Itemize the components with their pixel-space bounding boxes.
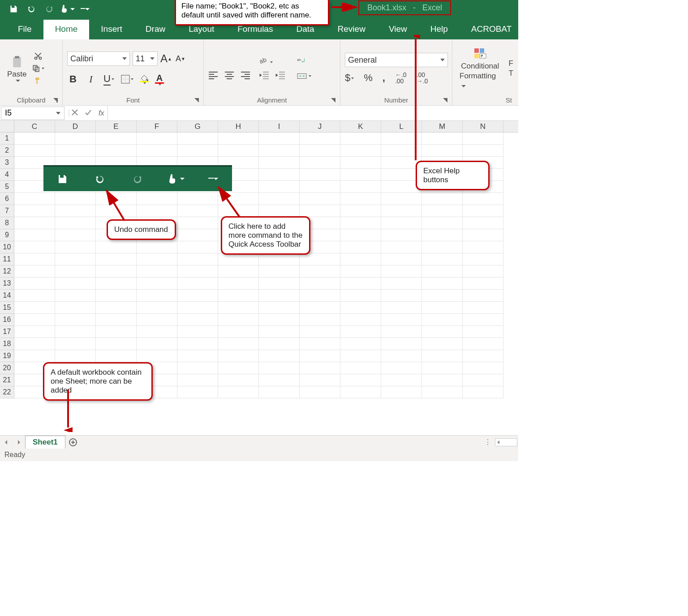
orientation-button[interactable]: ab <box>259 56 273 66</box>
cell[interactable] <box>381 338 422 350</box>
cell[interactable] <box>422 253 463 265</box>
cell[interactable] <box>381 350 422 362</box>
cell[interactable] <box>340 278 381 290</box>
cell[interactable] <box>55 193 96 205</box>
row-head[interactable]: 2 <box>0 145 14 157</box>
cell[interactable] <box>381 326 422 338</box>
row-head[interactable]: 10 <box>0 241 14 253</box>
cell[interactable] <box>14 326 55 338</box>
cell[interactable] <box>422 302 463 314</box>
cell[interactable] <box>14 241 55 253</box>
cell[interactable] <box>300 386 340 398</box>
launcher-alignment[interactable] <box>330 97 336 103</box>
cell[interactable] <box>463 290 503 302</box>
cell[interactable] <box>137 278 177 290</box>
cell[interactable] <box>177 217 218 229</box>
col-head[interactable]: E <box>96 121 137 132</box>
enter-entry[interactable] <box>82 108 95 118</box>
cell[interactable] <box>96 145 137 157</box>
cell[interactable] <box>381 241 422 253</box>
col-head[interactable]: L <box>381 121 422 132</box>
cell[interactable] <box>55 350 96 362</box>
cell[interactable] <box>218 302 259 314</box>
cell[interactable] <box>463 265 503 278</box>
cell[interactable] <box>381 253 422 265</box>
cell[interactable] <box>422 290 463 302</box>
cell[interactable] <box>218 145 259 157</box>
cell[interactable] <box>340 169 381 181</box>
cell[interactable] <box>177 205 218 217</box>
cell[interactable] <box>340 157 381 169</box>
cell[interactable] <box>14 350 55 362</box>
cell[interactable] <box>96 205 137 217</box>
col-head[interactable]: K <box>340 121 381 132</box>
cell[interactable] <box>14 302 55 314</box>
cell[interactable] <box>259 133 300 145</box>
col-head[interactable]: F <box>137 121 177 132</box>
qat-undo[interactable] <box>22 0 40 18</box>
row-head[interactable]: 3 <box>0 157 14 169</box>
cell[interactable] <box>381 302 422 314</box>
cell[interactable] <box>422 374 463 386</box>
row-head[interactable]: 9 <box>0 229 14 241</box>
qat-save[interactable] <box>4 0 22 18</box>
cell[interactable] <box>300 205 340 217</box>
cell[interactable] <box>381 374 422 386</box>
cell[interactable] <box>55 217 96 229</box>
cell[interactable] <box>381 193 422 205</box>
cell[interactable] <box>177 265 218 278</box>
cell[interactable] <box>14 193 55 205</box>
name-box[interactable]: I5 <box>1 107 64 120</box>
cell[interactable] <box>300 350 340 362</box>
row-head[interactable]: 19 <box>0 350 14 362</box>
cell[interactable] <box>422 362 463 374</box>
decrease-decimal-button[interactable]: .00→.0 <box>417 72 428 84</box>
row-head[interactable]: 1 <box>0 133 14 145</box>
cell[interactable] <box>422 265 463 278</box>
qat-redo[interactable] <box>40 0 58 18</box>
cell[interactable] <box>422 205 463 217</box>
cell[interactable] <box>340 181 381 193</box>
cell[interactable] <box>55 241 96 253</box>
cell[interactable] <box>381 278 422 290</box>
cut-button[interactable] <box>32 51 44 61</box>
cell[interactable] <box>259 362 300 374</box>
cell[interactable] <box>218 362 259 374</box>
font-name-combo[interactable]: Calibri <box>67 51 130 66</box>
cell[interactable] <box>14 253 55 265</box>
paste-button[interactable]: Paste <box>4 55 29 83</box>
cell[interactable] <box>340 314 381 326</box>
cell[interactable] <box>259 374 300 386</box>
decrease-font-button[interactable]: A▼ <box>175 54 186 64</box>
cell[interactable] <box>55 302 96 314</box>
row-head[interactable]: 4 <box>0 169 14 181</box>
row-head[interactable]: 17 <box>0 326 14 338</box>
cell[interactable] <box>218 350 259 362</box>
cell[interactable] <box>463 217 503 229</box>
cell[interactable] <box>381 205 422 217</box>
increase-font-button[interactable]: A▲ <box>160 52 172 65</box>
cell[interactable] <box>463 338 503 350</box>
cell[interactable] <box>259 386 300 398</box>
cell[interactable] <box>300 181 340 193</box>
align-middle-button[interactable] <box>224 56 234 66</box>
cell[interactable] <box>463 278 503 290</box>
cell[interactable] <box>96 253 137 265</box>
cell[interactable] <box>177 326 218 338</box>
row-head[interactable]: 7 <box>0 205 14 217</box>
cell[interactable] <box>381 386 422 398</box>
cell[interactable] <box>55 253 96 265</box>
cell[interactable] <box>463 229 503 241</box>
cell[interactable] <box>137 205 177 217</box>
cell[interactable] <box>177 374 218 386</box>
cell[interactable] <box>381 229 422 241</box>
tab-home[interactable]: Home <box>43 20 90 39</box>
cell[interactable] <box>96 290 137 302</box>
cell[interactable] <box>463 193 503 205</box>
cell[interactable] <box>259 302 300 314</box>
cell[interactable] <box>340 145 381 157</box>
cell[interactable] <box>259 338 300 350</box>
fill-color-button[interactable] <box>140 75 149 84</box>
cell[interactable] <box>177 229 218 241</box>
sheet-tab-active[interactable]: Sheet1 <box>25 436 65 449</box>
